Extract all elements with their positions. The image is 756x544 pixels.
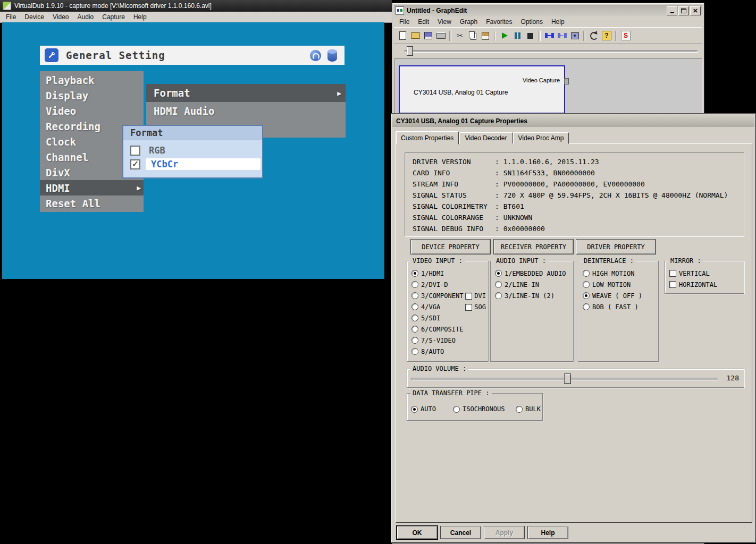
pipe-option-bulk[interactable]: BULK xyxy=(516,405,541,413)
ge-menu-options[interactable]: Options xyxy=(517,17,547,27)
vd-menu-device[interactable]: Device xyxy=(20,12,48,22)
vertical-checkbox[interactable] xyxy=(669,270,676,277)
format-option-rgb[interactable]: RGB xyxy=(130,145,262,156)
ge-menu-file[interactable]: File xyxy=(395,17,414,27)
rotate-icon[interactable] xyxy=(310,50,321,61)
open-folder-icon[interactable] xyxy=(409,30,422,41)
radio-button[interactable] xyxy=(453,406,460,413)
driver-property-button[interactable]: DRIVER PROPERTY xyxy=(576,239,656,254)
volume-slider-thumb[interactable] xyxy=(564,373,571,384)
maximize-button[interactable] xyxy=(678,6,689,15)
connect-filters-icon[interactable] xyxy=(543,30,556,41)
vd-menu-video[interactable]: Video xyxy=(48,12,73,22)
radio-button[interactable] xyxy=(583,270,590,277)
close-button[interactable] xyxy=(690,6,701,15)
paste-icon[interactable] xyxy=(479,30,492,41)
graphedit-titlebar[interactable]: Untitled - GraphEdit xyxy=(394,5,702,16)
ge-menu-help[interactable]: Help xyxy=(547,17,569,27)
vd-menu-audio[interactable]: Audio xyxy=(73,12,98,22)
osd-item-display[interactable]: Display xyxy=(40,88,144,103)
video-input-option[interactable]: 5/SDI xyxy=(407,312,488,324)
storage-icon[interactable] xyxy=(327,49,337,62)
stop-icon[interactable] xyxy=(524,30,536,41)
osd-item-playback[interactable]: Playback xyxy=(40,72,144,88)
radio-button[interactable] xyxy=(495,292,502,299)
radio-button[interactable] xyxy=(411,314,418,321)
minimize-button[interactable] xyxy=(667,6,677,15)
dvi-checkbox-row[interactable]: DVI xyxy=(465,292,486,300)
deinterlace-option[interactable]: WEAVE ( OFF ) xyxy=(578,290,658,301)
ge-menu-graph[interactable]: Graph xyxy=(456,17,482,27)
vd-menu-capture[interactable]: Capture xyxy=(98,12,129,22)
video-input-option[interactable]: 1/HDMI xyxy=(407,268,488,279)
pipe-option-isochronous[interactable]: ISOCHRONOUS xyxy=(453,405,505,413)
stats-icon[interactable]: S xyxy=(619,30,632,41)
audio-input-option[interactable]: 1/EMBEDDED AUDIO xyxy=(491,268,573,279)
ycbcr-checkbox[interactable] xyxy=(130,159,140,169)
cancel-button[interactable]: Cancel xyxy=(440,526,481,539)
print-icon[interactable] xyxy=(434,30,447,41)
ok-button[interactable]: OK xyxy=(397,526,438,539)
video-input-option[interactable]: 2/DVI-D xyxy=(407,279,488,290)
radio-button[interactable] xyxy=(411,406,418,413)
video-input-option[interactable]: 8/AUTO xyxy=(407,346,488,357)
cut-icon[interactable] xyxy=(453,30,466,41)
seek-track[interactable] xyxy=(405,50,698,53)
radio-button[interactable] xyxy=(583,281,590,288)
filter-node[interactable]: Video Capture CY3014 USB, Analog 01 Capt… xyxy=(399,65,565,114)
deinterlace-option[interactable]: BOB ( FAST ) xyxy=(578,301,658,312)
pause-icon[interactable] xyxy=(511,30,524,41)
deinterlace-option[interactable]: LOW MOTION xyxy=(578,279,658,290)
vd-menu-file[interactable]: File xyxy=(2,12,20,22)
osd-item-reset-all[interactable]: Reset All xyxy=(40,196,144,211)
output-pin[interactable] xyxy=(564,78,569,84)
rgb-checkbox[interactable] xyxy=(130,146,140,156)
osd-subitem-format[interactable]: Format▶ xyxy=(146,84,346,102)
new-document-icon[interactable] xyxy=(396,30,409,41)
audio-input-option[interactable]: 2/LINE-IN xyxy=(491,279,573,290)
radio-button[interactable] xyxy=(583,303,590,310)
insert-filter-icon[interactable] xyxy=(568,30,581,41)
osd-item-hdmi[interactable]: HDMI▶ xyxy=(40,180,144,196)
help-icon[interactable] xyxy=(600,30,613,41)
mirror-option[interactable]: VERTICAL xyxy=(665,268,744,279)
radio-button[interactable] xyxy=(411,348,418,355)
save-icon[interactable] xyxy=(422,30,434,41)
osd-subitem-hdmi-audio[interactable]: HDMI Audio xyxy=(146,102,346,120)
video-input-option[interactable]: 7/S-VIDEO xyxy=(407,335,488,346)
radio-button[interactable] xyxy=(411,303,418,310)
play-icon[interactable] xyxy=(498,30,511,41)
radio-button[interactable] xyxy=(516,406,523,413)
receiver-property-button[interactable]: RECEIVER PROPERTY xyxy=(493,239,574,254)
sog-checkbox-row[interactable]: SOG xyxy=(465,303,486,311)
tab-custom-properties[interactable]: Custom Properties xyxy=(396,131,459,144)
tab-video-proc-amp[interactable]: Video Proc Amp xyxy=(513,132,569,144)
disconnect-filters-icon[interactable] xyxy=(556,30,568,41)
mirror-option[interactable]: HORIZONTAL xyxy=(665,279,744,290)
horizontal-checkbox[interactable] xyxy=(669,281,676,288)
format-option-ycbcr[interactable]: YCbCr xyxy=(130,158,262,170)
dvi-checkbox[interactable] xyxy=(465,293,472,300)
radio-button[interactable] xyxy=(495,281,502,288)
deinterlace-option[interactable]: HIGH MOTION xyxy=(578,268,658,279)
vd-menu-help[interactable]: Help xyxy=(129,12,151,22)
radio-button[interactable] xyxy=(411,292,418,299)
radio-button[interactable] xyxy=(411,281,418,288)
seek-thumb[interactable] xyxy=(407,46,413,56)
refresh-icon[interactable] xyxy=(587,30,600,41)
audio-input-option[interactable]: 3/LINE-IN (2) xyxy=(491,290,573,301)
ge-menu-edit[interactable]: Edit xyxy=(414,17,433,27)
device-property-button[interactable]: DEVICE PROPERTY xyxy=(410,239,491,254)
dialog-titlebar[interactable]: CY3014 USB, Analog 01 Capture Properties xyxy=(392,115,754,127)
ge-menu-favorites[interactable]: Favorites xyxy=(482,17,516,27)
help-button[interactable]: Help xyxy=(527,526,568,539)
radio-button[interactable] xyxy=(411,326,418,333)
radio-button[interactable] xyxy=(583,292,590,299)
radio-button[interactable] xyxy=(411,337,418,344)
tab-video-decoder[interactable]: Video Decoder xyxy=(459,132,512,144)
radio-button[interactable] xyxy=(495,270,502,277)
osd-item-video[interactable]: Video xyxy=(40,103,144,118)
sog-checkbox[interactable] xyxy=(465,304,472,311)
pipe-option-auto[interactable]: AUTO xyxy=(411,405,436,413)
radio-button[interactable] xyxy=(411,270,418,277)
